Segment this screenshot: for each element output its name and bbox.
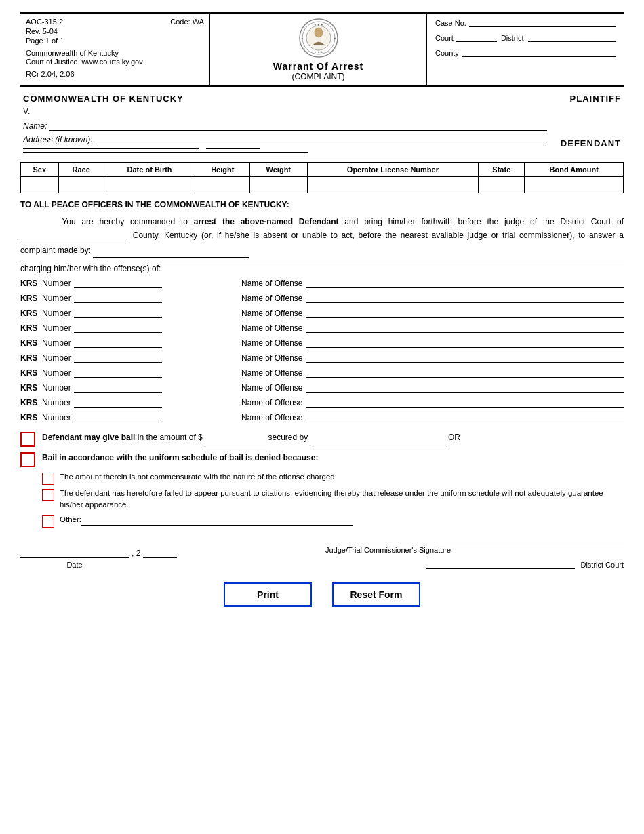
offense-field-3[interactable] <box>306 309 624 318</box>
comma-2: , 2 <box>132 549 140 558</box>
krs-number-field-10[interactable] <box>74 413 162 422</box>
krs-number-field-1[interactable] <box>74 279 162 288</box>
col-license: Operator License Number <box>307 163 479 177</box>
sub-option-3: Other: <box>42 514 624 528</box>
bail-defendant-may: Defendant may give bail <box>42 433 135 442</box>
col-weight: Weight <box>250 163 307 177</box>
krs-row-1: KRS Number Name of Offense <box>20 277 624 290</box>
body-paragraph: You are hereby commanded to arrest the a… <box>20 215 624 258</box>
cell-height[interactable] <box>195 177 250 193</box>
krs-number-field-2[interactable] <box>74 294 162 303</box>
court-sub-field[interactable] <box>528 33 616 42</box>
krs-row-2: KRS Number Name of Offense <box>20 292 624 304</box>
judge-sig-line[interactable] <box>325 544 624 544</box>
county-field[interactable] <box>462 47 616 57</box>
charging-label: charging him/her with the offense(s) of: <box>20 264 624 273</box>
krs-row-6: KRS Number Name of Offense <box>20 352 624 364</box>
col-dob: Date of Birth <box>104 163 195 177</box>
reset-button[interactable]: Reset Form <box>332 582 420 607</box>
svg-text:★ ★ ★: ★ ★ ★ <box>313 23 323 26</box>
offense-field-10[interactable] <box>306 413 624 422</box>
bail-denied-label: Bail in accordance with the uniform sche… <box>42 453 318 462</box>
print-button[interactable]: Print <box>224 582 312 607</box>
krs-row-4: KRS Number Name of Offense <box>20 322 624 334</box>
krs-number-field-9[interactable] <box>74 398 162 408</box>
krs-number-field-4[interactable] <box>74 323 162 333</box>
krs-section: KRS Number Name of Offense KRS Number Na… <box>20 277 624 424</box>
parties-section: COMMONWEALTH OF KENTUCKY PLAINTIFF V. Na… <box>20 94 624 153</box>
plaintiff-role: PLAINTIFF <box>570 94 621 104</box>
sub-checkbox-3[interactable] <box>42 515 54 528</box>
to-all-label: TO ALL PEACE OFFICERS IN THE COMMONWEALT… <box>20 200 624 210</box>
svg-point-3 <box>315 28 323 37</box>
address-line3[interactable] <box>23 152 308 153</box>
krs-row-7: KRS Number Name of Offense <box>20 367 624 379</box>
date-field[interactable] <box>20 557 129 558</box>
address-label: Address (if known): <box>23 135 93 144</box>
header-right: Case No. Court District County <box>427 14 624 85</box>
rev: Rev. 5-04 <box>26 27 204 35</box>
krs-row-9: KRS Number Name of Offense <box>20 397 624 409</box>
code-label: Code: <box>170 18 190 26</box>
col-height: Height <box>195 163 250 177</box>
page: Page 1 of 1 <box>26 37 204 45</box>
code-value: WA <box>193 18 204 26</box>
cell-sex[interactable] <box>21 177 59 193</box>
krs-number-field-5[interactable] <box>74 338 162 348</box>
sig-right: Judge/Trial Commissioner's Signature Dis… <box>325 544 624 569</box>
header-left: AOC-315.2 Code: WA Rev. 5-04 Page 1 of 1… <box>20 14 210 85</box>
court-field[interactable] <box>456 33 497 42</box>
court-value: District <box>501 34 524 42</box>
sub-checkbox-1[interactable] <box>42 473 54 485</box>
offense-field-1[interactable] <box>306 279 624 288</box>
address-line2-right[interactable] <box>206 148 260 149</box>
signature-section: , 2 Date Judge/Trial Commissioner's Sign… <box>20 544 624 569</box>
vs-label: V. <box>23 106 621 116</box>
offense-field-6[interactable] <box>306 353 624 363</box>
offense-field-5[interactable] <box>306 338 624 348</box>
bail-row-1: Defendant may give bail in the amount of… <box>20 431 624 447</box>
krs-number-field-6[interactable] <box>74 353 162 363</box>
info-table: Sex Race Date of Birth Height Weight Ope… <box>20 162 624 193</box>
address-line2-left[interactable] <box>23 148 199 149</box>
cell-bond[interactable] <box>525 177 624 193</box>
district-court-field[interactable] <box>426 568 575 569</box>
krs-number-field-3[interactable] <box>74 309 162 318</box>
sub-option-2: The defendant has heretofore failed to a… <box>42 488 624 511</box>
case-no-field[interactable] <box>469 18 616 27</box>
cell-license[interactable] <box>307 177 479 193</box>
bail-checkbox-2[interactable] <box>20 452 35 467</box>
krs-number-field-8[interactable] <box>74 383 162 393</box>
cell-race[interactable] <box>58 177 104 193</box>
rule: RCr 2.04, 2.06 <box>26 70 204 78</box>
bail-section: Defendant may give bail in the amount of… <box>20 431 624 528</box>
arrest-text: arrest the above-named Defendant <box>194 217 339 226</box>
year-field[interactable] <box>143 557 177 558</box>
krs-label-1: KRS <box>20 279 39 288</box>
col-race: Race <box>58 163 104 177</box>
sub-option-1: The amount therein is not commensurate w… <box>42 471 624 485</box>
bail-secured-label: secured by <box>268 433 308 442</box>
form-number: AOC-315.2 <box>26 18 63 26</box>
org2: Court of Justice <box>26 58 77 66</box>
bail-amount-prefix: in the amount of $ <box>138 433 203 442</box>
seal-icon: ★ ★ ★ ★ ★ ★ ★ ★ <box>298 18 339 58</box>
offense-field-4[interactable] <box>306 323 624 333</box>
bail-checkbox-1[interactable] <box>20 432 35 447</box>
col-bond: Bond Amount <box>525 163 624 177</box>
address-field[interactable] <box>96 144 547 144</box>
line-separator <box>20 262 624 262</box>
cell-weight[interactable] <box>250 177 307 193</box>
offense-field-7[interactable] <box>306 368 624 378</box>
krs-number-field-7[interactable] <box>74 368 162 378</box>
name-field[interactable] <box>49 130 546 131</box>
offense-field-9[interactable] <box>306 398 624 408</box>
table-row <box>21 177 624 193</box>
org1: Commonwealth of Kentucky <box>26 49 204 57</box>
krs-row-3: KRS Number Name of Offense <box>20 307 624 319</box>
offense-field-2[interactable] <box>306 294 624 303</box>
sub-checkbox-2[interactable] <box>42 489 54 501</box>
cell-dob[interactable] <box>104 177 195 193</box>
offense-field-8[interactable] <box>306 383 624 393</box>
cell-state[interactable] <box>479 177 525 193</box>
